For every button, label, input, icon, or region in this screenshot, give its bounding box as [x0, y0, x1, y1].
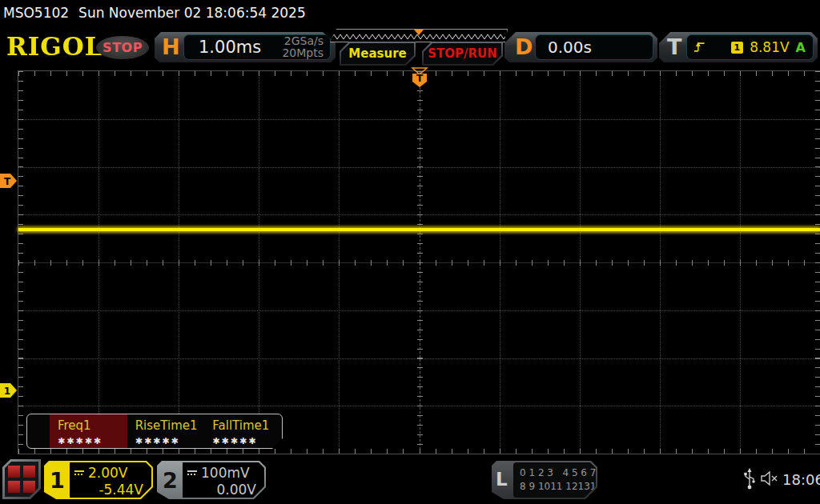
right-edge-ruler — [815, 71, 820, 454]
center-horizontal-ticks — [18, 260, 820, 266]
trigger-label: T — [667, 34, 681, 59]
clock: 18:06 — [782, 471, 820, 488]
digital-channels-row1: 0 1 2 3 4 5 6 7 — [520, 466, 596, 480]
channel2-offset: 0.00V — [187, 482, 258, 498]
timebase-value[interactable]: 1.00ms — [199, 38, 261, 57]
oscilloscope-screen: MSO5102Sun November 02 18:06:54 2025 RIG… — [0, 0, 820, 504]
channel1-position-marker[interactable]: 1 — [0, 383, 18, 401]
left-edge-ruler — [18, 71, 23, 454]
delay-panel[interactable]: D 0.00s — [504, 32, 657, 62]
trigger-level-letter: T — [4, 176, 11, 187]
logic-analyzer-block[interactable]: L 0 1 2 3 4 5 6 7 8 9 1011 12131415 — [492, 461, 597, 499]
channel2-status-block[interactable]: 2 100mV 0.00V — [157, 461, 266, 499]
measurement-label: RiseTime1 — [135, 418, 205, 433]
measurement-label: Freq1 — [58, 418, 127, 433]
delay-label: D — [515, 34, 533, 59]
bottom-edge-ruler — [18, 449, 820, 454]
menu-grid-icon — [8, 466, 35, 493]
measurement-value: ✱✱✱✱✱ — [135, 436, 205, 446]
measurement-falltime1[interactable]: FallTime1 ✱✱✱✱✱ — [204, 414, 282, 448]
dc-coupling-icon — [187, 470, 197, 475]
memory-depth: 20Mpts — [282, 47, 324, 59]
trigger-source-badge: 1 — [731, 42, 744, 54]
rising-edge-trigger-icon — [694, 41, 705, 54]
trigger-level-value[interactable]: 8.81V — [750, 39, 789, 55]
graticule — [18, 70, 820, 454]
horizontal-settings-panel[interactable]: H 1.00ms 2GSa/s 20Mpts — [155, 32, 336, 62]
channel1-trace[interactable] — [18, 228, 820, 231]
acquisition-status-badge: STOP — [96, 36, 149, 59]
measurement-label: FallTime1 — [212, 418, 282, 433]
usb-icon — [743, 468, 756, 494]
channel1-number: 1 — [44, 461, 70, 499]
measurement-panel: Freq1 ✱✱✱✱✱ RiseTime1 ✱✱✱✱✱ FallTime1 ✱✱… — [26, 414, 283, 449]
trigger-position-marker[interactable]: T — [411, 67, 428, 91]
trigger-mode-indicator: A — [796, 40, 806, 55]
channel2-number: 2 — [157, 461, 183, 499]
channel1-status-block[interactable]: 1 2.00V -5.44V — [44, 461, 153, 499]
dc-coupling-icon — [74, 470, 84, 475]
menu-grid-button[interactable] — [2, 459, 41, 499]
measure-button-label: Measure — [348, 46, 406, 61]
logic-label: L — [496, 469, 508, 490]
titlebar: MSO5102Sun November 02 18:06:54 2025 — [3, 5, 306, 21]
datetime-text: Sun November 02 18:06:54 2025 — [78, 5, 306, 21]
channel2-scale: 100mV — [201, 465, 250, 481]
delay-inset[interactable]: 0.00s — [535, 34, 653, 60]
trigger-position-letter: T — [416, 73, 424, 84]
trigger-inset[interactable]: 1 8.81V A — [686, 34, 814, 60]
measurement-risetime1[interactable]: RiseTime1 ✱✱✱✱✱ — [127, 414, 205, 448]
channel1-offset: -5.44V — [74, 482, 145, 498]
sample-rate: 2GSa/s — [282, 35, 324, 47]
stop-run-button-label: STOP/RUN — [428, 46, 497, 61]
horizontal-inset[interactable]: 1.00ms 2GSa/s 20Mpts — [183, 34, 331, 60]
stop-run-button[interactable]: STOP/RUN — [422, 42, 503, 66]
measure-button[interactable]: Measure — [340, 42, 416, 66]
run-state-label: STOP — [102, 40, 143, 55]
speaker-muted-icon — [761, 470, 782, 490]
rigol-logo: RIGOL — [6, 31, 103, 61]
channel1-marker-number: 1 — [4, 386, 10, 397]
measurement-value: ✱✱✱✱✱ — [212, 436, 282, 446]
measurement-freq1[interactable]: Freq1 ✱✱✱✱✱ — [50, 414, 127, 448]
acquisition-rates: 2GSa/s 20Mpts — [282, 35, 324, 60]
delay-value[interactable]: 0.00s — [548, 38, 592, 57]
waveform-overview-strip[interactable] — [330, 29, 508, 42]
channel1-scale: 2.00V — [88, 465, 127, 481]
digital-channels-row2: 8 9 1011 12131415 — [520, 480, 596, 494]
model-name: MSO5102 — [3, 5, 69, 21]
measurement-value: ✱✱✱✱✱ — [58, 436, 127, 446]
horizontal-label: H — [162, 34, 180, 59]
trigger-level-marker[interactable]: T — [0, 174, 18, 191]
trigger-panel[interactable]: T 1 8.81V A — [659, 32, 818, 62]
